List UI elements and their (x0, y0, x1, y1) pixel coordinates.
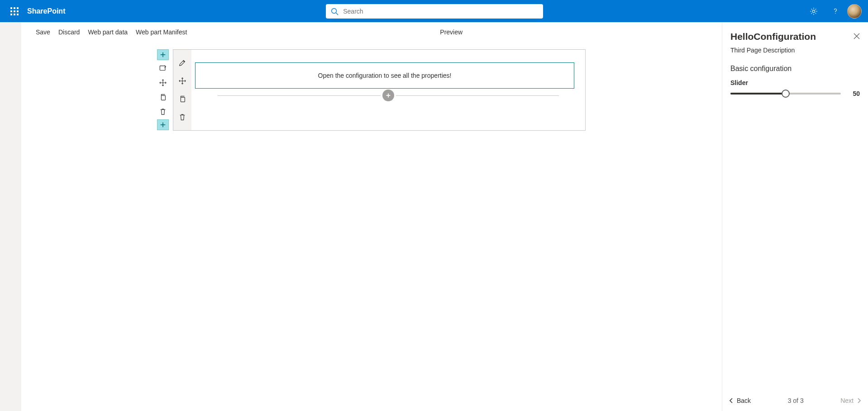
trash-icon (178, 113, 186, 121)
app-launcher-button[interactable] (4, 0, 25, 22)
slider-fill (730, 93, 786, 94)
svg-point-12 (835, 13, 836, 13)
help-button[interactable] (825, 0, 845, 22)
chevron-right-icon (856, 398, 862, 403)
svg-rect-2 (17, 7, 19, 9)
plus-icon (160, 52, 166, 58)
slider[interactable] (730, 93, 841, 94)
close-icon (854, 33, 860, 39)
svg-rect-1 (14, 7, 15, 9)
pane-pager: 3 of 3 (751, 397, 840, 404)
svg-rect-7 (14, 14, 15, 15)
webpart-manifest-button[interactable]: Web part Manifest (136, 28, 187, 36)
delete-webpart-button[interactable] (176, 112, 188, 122)
svg-rect-5 (17, 10, 19, 12)
trash-icon (159, 108, 167, 116)
plus-icon (385, 92, 391, 99)
pane-title: HelloConfiguration (730, 31, 816, 42)
user-avatar[interactable] (847, 4, 862, 19)
svg-rect-17 (160, 66, 165, 71)
add-section-above-button[interactable] (157, 49, 169, 60)
svg-rect-4 (14, 10, 15, 12)
search-input[interactable] (343, 8, 539, 15)
duplicate-icon (178, 95, 186, 103)
pane-close-button[interactable] (854, 31, 860, 41)
help-icon (831, 7, 840, 16)
search-box[interactable] (326, 4, 543, 19)
edit-webpart-button[interactable] (176, 58, 188, 68)
duplicate-webpart-button[interactable] (176, 94, 188, 104)
svg-point-9 (332, 8, 337, 13)
add-section-below-button[interactable] (157, 119, 169, 130)
pencil-icon (178, 59, 186, 67)
slider-thumb[interactable] (782, 90, 790, 98)
pane-description: Third Page Description (722, 44, 868, 62)
svg-rect-18 (161, 95, 165, 100)
edit-section-icon (159, 64, 167, 72)
move-section-button[interactable] (157, 78, 169, 88)
duplicate-icon (159, 93, 167, 101)
left-rail (0, 22, 21, 411)
slider-value: 50 (847, 90, 860, 97)
webpart-placeholder[interactable]: Open the configuration to see all the pr… (195, 62, 574, 89)
property-pane: HelloConfiguration Third Page Descriptio… (722, 22, 868, 411)
command-bar: Save Discard Web part data Web part Mani… (21, 22, 722, 42)
svg-rect-6 (10, 14, 12, 15)
delete-section-button[interactable] (157, 107, 169, 117)
add-webpart-button[interactable] (382, 90, 394, 101)
brand-label[interactable]: SharePoint (27, 7, 65, 15)
svg-rect-3 (10, 10, 12, 12)
svg-rect-19 (181, 97, 185, 102)
preview-button[interactable]: Preview (440, 28, 463, 36)
pane-back-label: Back (737, 397, 751, 404)
section-toolbar (157, 63, 169, 117)
svg-line-10 (336, 13, 339, 14)
slider-label: Slider (730, 79, 860, 86)
waffle-icon (10, 7, 19, 15)
discard-button[interactable]: Discard (58, 28, 80, 36)
settings-button[interactable] (804, 0, 824, 22)
move-webpart-button[interactable] (176, 76, 188, 86)
chevron-left-icon (729, 398, 734, 403)
svg-rect-8 (17, 14, 19, 15)
svg-rect-0 (10, 7, 12, 9)
suite-header: SharePoint (0, 0, 868, 22)
webpart-message: Open the configuration to see all the pr… (318, 72, 452, 79)
group-title: Basic configuration (730, 65, 860, 73)
workbench: Save Discard Web part data Web part Mani… (21, 22, 722, 411)
move-icon (178, 77, 186, 85)
plus-icon (160, 122, 166, 128)
canvas-section[interactable]: Open the configuration to see all the pr… (173, 49, 586, 131)
gear-icon (809, 7, 818, 16)
pane-next-button: Next (840, 397, 862, 404)
pane-next-label: Next (840, 397, 854, 404)
webpart-toolbar (173, 50, 191, 130)
search-icon (330, 7, 339, 15)
pane-back-button[interactable]: Back (729, 397, 751, 404)
save-button[interactable]: Save (36, 28, 50, 36)
svg-point-11 (812, 10, 815, 12)
webpart-data-button[interactable]: Web part data (88, 28, 128, 36)
edit-section-button[interactable] (157, 63, 169, 73)
move-icon (159, 79, 167, 87)
duplicate-section-button[interactable] (157, 92, 169, 102)
